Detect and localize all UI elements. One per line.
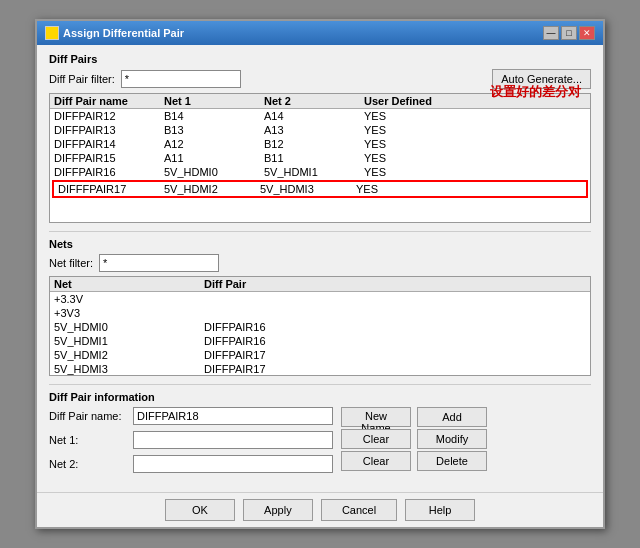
table-row[interactable]: DIFFPAIR14 A12 B12 YES <box>50 137 590 151</box>
minimize-button[interactable]: — <box>543 26 559 40</box>
table-row-selected[interactable]: DIFFFPAIR17 5V_HDMI2 5V_HDMI3 YES <box>52 180 588 198</box>
list-item[interactable]: +3V3 <box>50 306 590 320</box>
auto-generate-button[interactable]: Auto Generate... <box>492 69 591 89</box>
ok-button[interactable]: OK <box>165 499 235 521</box>
apply-button[interactable]: Apply <box>243 499 313 521</box>
diff-pair-filter-input[interactable] <box>121 70 241 88</box>
diff-pairs-label: Diff Pairs <box>49 53 591 65</box>
section-divider-2 <box>49 384 591 385</box>
close-button[interactable]: ✕ <box>579 26 595 40</box>
modify-button[interactable]: Modify <box>417 429 487 449</box>
new-name-button[interactable]: New Name <box>341 407 411 427</box>
bottom-bar: OK Apply Cancel Help <box>37 492 603 527</box>
net1-label: Net 1: <box>49 434 129 446</box>
net1-input[interactable] <box>133 431 333 449</box>
net2-input[interactable] <box>133 455 333 473</box>
list-item[interactable]: 5V_HDMI3 DIFFPAIR17 <box>50 362 590 376</box>
help-button[interactable]: Help <box>405 499 475 521</box>
dialog-content: Diff Pairs Diff Pair filter: Auto Genera… <box>37 45 603 492</box>
maximize-button[interactable]: □ <box>561 26 577 40</box>
col-diff-pair: Diff Pair <box>202 278 352 290</box>
col-net: Net <box>52 278 202 290</box>
clear-net1-button[interactable]: Clear <box>341 429 411 449</box>
list-item[interactable]: 5V_HDMI2 DIFFPAIR17 <box>50 348 590 362</box>
add-button[interactable]: Add <box>417 407 487 427</box>
diff-pair-info-label: Diff Pair information <box>49 391 591 403</box>
list-item[interactable]: 5V_HDMI1 DIFFPAIR16 <box>50 334 590 348</box>
delete-button[interactable]: Delete <box>417 451 487 471</box>
net-filter-row: Net filter: <box>49 254 591 272</box>
nets-table: Net Diff Pair +3.3V +3V3 5V_HDMI0 DIFFPA… <box>49 276 591 376</box>
diff-pairs-table-header: Diff Pair name Net 1 Net 2 User Defined <box>50 94 590 109</box>
col-net2: Net 2 <box>262 95 362 107</box>
list-item[interactable]: 5V_HDMI0 DIFFPAIR16 <box>50 320 590 334</box>
main-window: Assign Differential Pair — □ ✕ Diff Pair… <box>35 19 605 529</box>
clear-net2-button[interactable]: Clear <box>341 451 411 471</box>
nets-section: Nets Net filter: Net Diff Pair +3.3V +3V… <box>49 238 591 376</box>
net2-row: Net 2: <box>49 455 333 473</box>
table-row[interactable]: DIFFPAIR16 5V_HDMI0 5V_HDMI1 YES <box>50 165 590 179</box>
window-title: Assign Differential Pair <box>63 27 184 39</box>
title-bar: Assign Differential Pair — □ ✕ <box>37 21 603 45</box>
net-filter-label: Net filter: <box>49 257 93 269</box>
col-net1: Net 1 <box>162 95 262 107</box>
net-filter-input[interactable] <box>99 254 219 272</box>
col-diff-pair-name: Diff Pair name <box>52 95 162 107</box>
net1-row: Net 1: <box>49 431 333 449</box>
cancel-button[interactable]: Cancel <box>321 499 397 521</box>
list-item[interactable]: +3.3V <box>50 292 590 306</box>
table-row[interactable]: DIFFPAIR15 A11 B11 YES <box>50 151 590 165</box>
diff-pairs-table: Diff Pair name Net 1 Net 2 User Defined … <box>49 93 591 223</box>
diff-pair-filter-label: Diff Pair filter: <box>49 73 115 85</box>
diff-pair-name-label: Diff Pair name: <box>49 410 129 422</box>
section-divider <box>49 231 591 232</box>
col-user-defined: User Defined <box>362 95 442 107</box>
window-icon <box>45 26 59 40</box>
nets-label: Nets <box>49 238 591 250</box>
diff-pair-filter-row: Diff Pair filter: Auto Generate... <box>49 69 591 89</box>
diff-pair-name-input[interactable] <box>133 407 333 425</box>
title-buttons: — □ ✕ <box>543 26 595 40</box>
table-row[interactable]: DIFFPAIR13 B13 A13 YES <box>50 123 590 137</box>
diff-pair-name-row: Diff Pair name: <box>49 407 333 425</box>
diff-pair-info-section: Diff Pair information Diff Pair name: Ne… <box>49 391 591 476</box>
diff-pairs-section: Diff Pairs Diff Pair filter: Auto Genera… <box>49 53 591 223</box>
nets-table-header: Net Diff Pair <box>50 277 590 292</box>
net2-label: Net 2: <box>49 458 129 470</box>
title-bar-left: Assign Differential Pair <box>45 26 184 40</box>
table-row[interactable]: DIFFPAIR12 B14 A14 YES <box>50 109 590 123</box>
